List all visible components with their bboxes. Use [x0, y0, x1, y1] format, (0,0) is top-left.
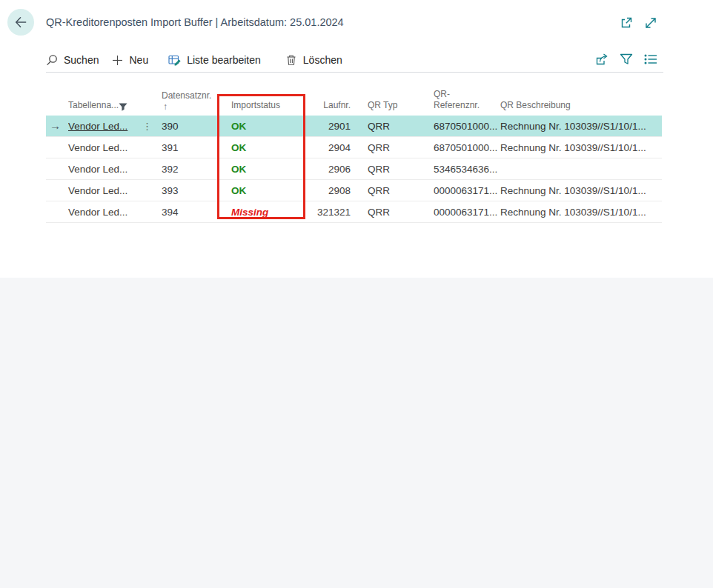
table-header-row: Tabellenna... Datensatznr. ↑ Importstatu… [46, 81, 662, 116]
cell-qr-description[interactable]: Rechnung Nr. 103039//S1/10/1... [500, 185, 662, 196]
cell-table-name[interactable]: Vendor Led... [68, 207, 162, 218]
caption-bar: QR-Kreditorenposten Import Buffer | Arbe… [0, 0, 713, 44]
column-header-import-status[interactable]: Importstatus [217, 100, 305, 116]
table-name-link[interactable]: Vendor Led... [68, 121, 127, 132]
cell-qr-reference[interactable]: 5346534636... [434, 164, 500, 175]
row-ellipsis-icon[interactable]: ⋮ [142, 121, 152, 132]
cell-qr-description[interactable]: Rechnung Nr. 103039//S1/10/1... [500, 207, 662, 218]
cell-import-status[interactable]: OK [217, 164, 305, 175]
cell-run-no[interactable]: 321321 [305, 207, 351, 218]
row-arrow-icon: → [50, 120, 61, 132]
cell-qr-reference[interactable]: 6870501000... [434, 121, 500, 132]
cell-table-name[interactable]: Vendor Led... [68, 185, 162, 196]
cell-qr-type[interactable]: QRR [351, 185, 434, 196]
table-row[interactable]: Vendor Led... 391 OK 2904 QRR 6870501000… [46, 137, 662, 158]
column-header-table-name[interactable]: Tabellenna... [68, 100, 162, 116]
open-in-new-window-icon[interactable] [619, 16, 634, 30]
cell-import-status[interactable]: OK [217, 142, 305, 153]
cell-import-status[interactable]: Missing [217, 207, 305, 218]
column-header-record-no[interactable]: Datensatznr. ↑ [162, 90, 217, 116]
cell-table-name[interactable]: Vendor Led... [68, 164, 162, 175]
column-header-qr-type[interactable]: QR Typ [351, 100, 434, 116]
delete-button[interactable]: Löschen [285, 54, 342, 66]
sort-ascending-icon: ↑ [162, 102, 217, 111]
column-filter-icon[interactable] [119, 103, 127, 111]
cell-qr-type[interactable]: QRR [351, 142, 434, 153]
cell-record-no[interactable]: 391 [162, 142, 217, 153]
action-toolbar: Suchen Neu Liste bearbeiten [46, 49, 342, 71]
cell-run-no[interactable]: 2906 [305, 164, 351, 175]
table-row[interactable]: → Vendor Led... ⋮ 390 OK 2901 QRR 687050… [46, 116, 662, 137]
column-header-qr-description[interactable]: QR Beschreibung [500, 100, 662, 116]
selection-column-header [46, 111, 68, 116]
column-header-qr-reference[interactable]: QR- Referenznr. [434, 89, 500, 116]
cell-run-no[interactable]: 2904 [305, 142, 351, 153]
search-button[interactable]: Suchen [46, 54, 99, 66]
share-icon[interactable] [594, 52, 609, 67]
cell-qr-reference[interactable]: 0000063171... [434, 207, 500, 218]
plus-icon [112, 55, 123, 66]
back-arrow-icon [13, 15, 28, 30]
cell-qr-type[interactable]: QRR [351, 164, 434, 175]
import-buffer-table: Tabellenna... Datensatznr. ↑ Importstatu… [46, 81, 662, 223]
table-row[interactable]: Vendor Led... 394 Missing 321321 QRR 000… [46, 201, 662, 223]
edit-list-button[interactable]: Liste bearbeiten [168, 54, 261, 67]
page-title: QR-Kreditorenposten Import Buffer | Arbe… [46, 0, 344, 44]
table-row[interactable]: Vendor Led... 393 OK 2908 QRR 0000063171… [46, 180, 662, 201]
back-button[interactable] [7, 9, 34, 36]
cell-import-status[interactable]: OK [217, 185, 305, 196]
cell-qr-reference[interactable]: 6870501000... [434, 142, 500, 153]
cell-record-no[interactable]: 390 [162, 121, 217, 132]
filter-icon[interactable] [619, 52, 634, 67]
cell-qr-description[interactable]: Rechnung Nr. 103039//S1/10/1... [500, 142, 662, 153]
new-button[interactable]: Neu [112, 54, 148, 66]
cell-run-no[interactable]: 2908 [305, 185, 351, 196]
cell-qr-reference[interactable]: 0000063171... [434, 185, 500, 196]
toolbar-separator [46, 72, 663, 73]
cell-qr-description[interactable]: Rechnung Nr. 103039//S1/10/1... [500, 121, 662, 132]
column-header-run-no[interactable]: Laufnr. [305, 100, 351, 116]
trash-icon [285, 54, 297, 66]
search-icon [46, 54, 58, 66]
cell-import-status[interactable]: OK [217, 121, 305, 132]
list-options-icon[interactable] [643, 52, 658, 67]
table-row[interactable]: Vendor Led... 392 OK 2906 QRR 5346534636… [46, 158, 662, 180]
cell-qr-type[interactable]: QRR [351, 121, 434, 132]
cell-record-no[interactable]: 392 [162, 164, 217, 175]
cell-record-no[interactable]: 393 [162, 185, 217, 196]
cell-table-name[interactable]: Vendor Led... [68, 142, 162, 153]
cell-qr-type[interactable]: QRR [351, 207, 434, 218]
cell-run-no[interactable]: 2901 [305, 121, 351, 132]
expand-fullscreen-icon[interactable] [643, 16, 658, 30]
list-page-card: Suchen Neu Liste bearbeiten [0, 44, 713, 278]
edit-list-icon [168, 54, 181, 67]
active-row-marker: → [46, 120, 68, 132]
cell-record-no[interactable]: 394 [162, 207, 217, 218]
cell-table-name[interactable]: Vendor Led... ⋮ [68, 121, 162, 132]
